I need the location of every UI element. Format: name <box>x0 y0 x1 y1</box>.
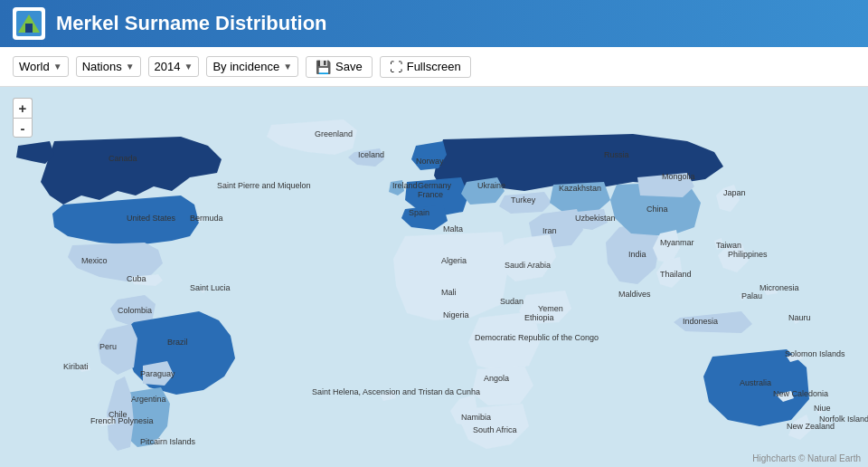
level-chevron-icon: ▼ <box>126 62 135 71</box>
header: Merkel Surname Distribution <box>0 0 868 47</box>
year-label: 2014 <box>155 60 181 73</box>
zoom-controls: + - <box>13 98 33 138</box>
map-container: + - <box>0 87 868 467</box>
metric-label: By incidence <box>212 60 279 73</box>
year-chevron-icon: ▼ <box>184 62 193 71</box>
level-select[interactable]: Nations ▼ <box>76 56 141 77</box>
region-label: World <box>19 60 50 73</box>
zoom-out-button[interactable]: - <box>13 118 33 138</box>
save-button[interactable]: 💾 Save <box>306 56 373 78</box>
fullscreen-button[interactable]: ⛶ Fullscreen <box>380 56 471 78</box>
zoom-in-button[interactable]: + <box>13 98 33 118</box>
region-chevron-icon: ▼ <box>53 62 62 71</box>
save-icon: 💾 <box>316 60 331 74</box>
country-north-africa[interactable] <box>393 232 508 320</box>
fullscreen-label: Fullscreen <box>407 60 461 73</box>
region-select[interactable]: World ▼ <box>13 56 69 77</box>
save-label: Save <box>335 60 363 73</box>
year-select[interactable]: 2014 ▼ <box>148 56 200 77</box>
fullscreen-icon: ⛶ <box>390 60 402 74</box>
logo <box>13 7 45 40</box>
attribution-text: Highcharts © Natural Earth <box>752 453 861 463</box>
page-title: Merkel Surname Distribution <box>56 12 327 35</box>
svg-rect-2 <box>25 24 33 33</box>
toolbar: World ▼ Nations ▼ 2014 ▼ By incidence ▼ … <box>0 47 868 87</box>
level-label: Nations <box>82 60 122 73</box>
metric-select[interactable]: By incidence ▼ <box>206 56 298 77</box>
attribution: Highcharts © Natural Earth <box>752 453 861 463</box>
world-map[interactable]: Greenland Iceland Norway Russia Canada S… <box>0 87 868 467</box>
metric-chevron-icon: ▼ <box>283 62 292 71</box>
